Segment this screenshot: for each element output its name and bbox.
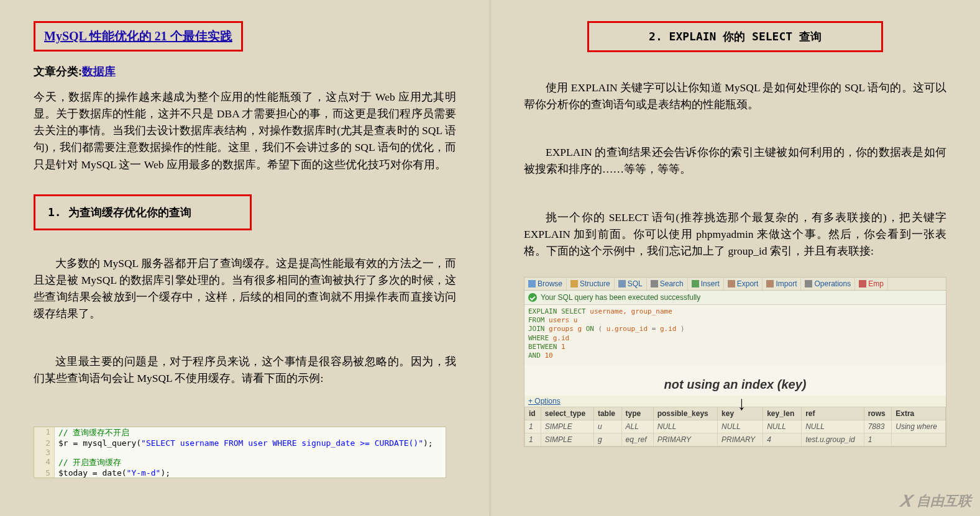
arrow-down-icon: ↓ (738, 389, 746, 417)
section-1-heading: 1. 为查询缓存优化你的查询 (48, 206, 191, 219)
tab-operations[interactable]: Operations (801, 278, 855, 290)
sql-icon (618, 280, 626, 287)
table-row: 1SIMPLEuALLNULLNULLNULLNULL7883Using whe… (525, 420, 946, 433)
options-link[interactable]: + Options (524, 396, 946, 407)
table-row: 1SIMPLEgeq_refPRIMARYPRIMARY4test.u.grou… (525, 433, 946, 446)
operations-icon (805, 280, 812, 287)
structure-icon (570, 280, 578, 287)
section-2-heading: 2. EXPLAIN 你的 SELECT 查询 (649, 30, 822, 43)
section-1-heading-box: 1. 为查询缓存优化你的查询 (34, 194, 252, 230)
watermark-icon: X (899, 491, 915, 511)
table-header-row: idselect_typetabletypepossible_keyskeyke… (525, 407, 946, 420)
section-2-p1: 使用 EXPLAIN 关键字可以让你知道 MySQL 是如何处理你的 SQL 语… (524, 79, 946, 113)
phpmyadmin-panel: Browse Structure SQL Search Insert Expor… (524, 277, 946, 447)
article-title-link[interactable]: MySQL 性能优化的 21 个最佳实践 (44, 29, 232, 43)
tab-insert[interactable]: Insert (688, 278, 724, 290)
intro-paragraph: 今天，数据库的操作越来越成为整个应用的性能瓶颈了，这点对于 Web 应用尤其明显… (34, 89, 456, 173)
check-icon (528, 293, 537, 302)
tab-sql[interactable]: SQL (615, 278, 647, 290)
tab-structure[interactable]: Structure (567, 278, 615, 290)
section-2-p3: 挑一个你的 SELECT 语句(推荐挑选那个最复杂的，有多表联接的)，把关键字 … (524, 209, 946, 260)
code-l4: // 开启查询缓存 (58, 458, 121, 467)
code-l1: // 查询缓存不开启 (58, 428, 129, 437)
sql-success-text: Your SQL query has been executed success… (541, 293, 700, 302)
tab-import[interactable]: Import (762, 278, 801, 290)
tab-empty[interactable]: Emp (855, 278, 888, 290)
category-link[interactable]: 数据库 (82, 65, 116, 78)
category-label: 文章分类: (34, 65, 82, 78)
code-l5: $today = date("Y-m-d"); (55, 468, 170, 478)
code-l3 (55, 448, 58, 457)
insert-icon (692, 280, 699, 287)
sql-query-text: EXPLAIN SELECT username, group_name FROM… (524, 305, 946, 364)
section-2-heading-box: 2. EXPLAIN 你的 SELECT 查询 (587, 21, 883, 52)
category-line: 文章分类:数据库 (34, 64, 456, 79)
sql-success-bar: Your SQL query has been executed success… (524, 291, 946, 305)
page-right: 2. EXPLAIN 你的 SELECT 查询 使用 EXPLAIN 关键字可以… (490, 0, 980, 516)
watermark-text: 自由互联 (917, 492, 971, 510)
tab-browse[interactable]: Browse (524, 278, 567, 290)
search-icon (651, 280, 658, 287)
watermark: X 自由互联 (901, 491, 971, 511)
section-2-p2: EXPLAIN 的查询结果还会告诉你你的索引主键被如何利用的，你的数据表是如何被… (524, 144, 946, 178)
article-title-box: MySQL 性能优化的 21 个最佳实践 (34, 21, 243, 52)
table-icon (528, 280, 536, 287)
section-1-p2: 这里最主要的问题是，对于程序员来说，这个事情是很容易被忽略的。因为，我们某些查询… (34, 353, 456, 387)
code-l2: $r = mysql_query("SELECT username FROM u… (55, 438, 433, 448)
tab-export[interactable]: Export (724, 278, 763, 290)
export-icon (728, 280, 735, 287)
page-left: MySQL 性能优化的 21 个最佳实践 文章分类:数据库 今天，数据库的操作越… (0, 0, 490, 516)
section-1-p1: 大多数的 MySQL 服务器都开启了查询缓存。这是提高性能最有效的方法之一，而且… (34, 255, 456, 323)
tab-search[interactable]: Search (647, 278, 688, 290)
explain-result-table: idselect_typetabletypepossible_keyskeyke… (524, 407, 946, 446)
pma-tabs: Browse Structure SQL Search Insert Expor… (524, 278, 946, 291)
code-example-1: 1// 查询缓存不开启 2$r = mysql_query("SELECT us… (34, 427, 446, 478)
annotation-no-index: not using an index (key) ↓ (524, 364, 946, 396)
import-icon (766, 280, 774, 287)
empty-icon (859, 280, 866, 287)
